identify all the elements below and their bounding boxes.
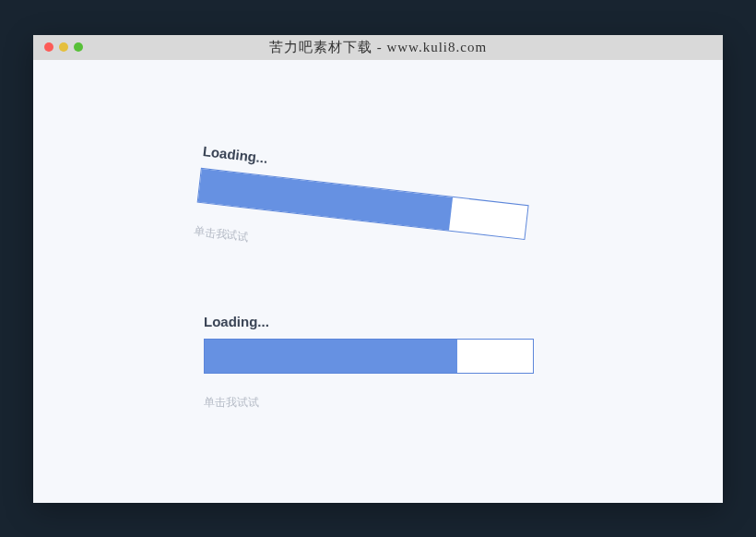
content-area: Loading... 单击我试试 Loading... 单击我试试: [33, 60, 723, 503]
loading-group-2: Loading... 单击我试试: [204, 314, 536, 411]
progress-fill: [205, 340, 457, 373]
loading-label: Loading...: [204, 314, 536, 329]
loading-group-1: Loading... 单击我试试: [193, 143, 534, 277]
minimize-icon[interactable]: [59, 42, 68, 52]
app-window: 苦力吧素材下载 - www.kuli8.com Loading... 单击我试试…: [33, 35, 723, 503]
progress-bar-2[interactable]: [204, 339, 534, 374]
close-icon[interactable]: [44, 42, 53, 52]
maximize-icon[interactable]: [74, 42, 83, 52]
titlebar: 苦力吧素材下载 - www.kuli8.com: [33, 35, 723, 60]
click-hint-2[interactable]: 单击我试试: [204, 395, 536, 411]
traffic-lights: [33, 42, 83, 52]
window-title: 苦力吧素材下载 - www.kuli8.com: [33, 39, 723, 56]
